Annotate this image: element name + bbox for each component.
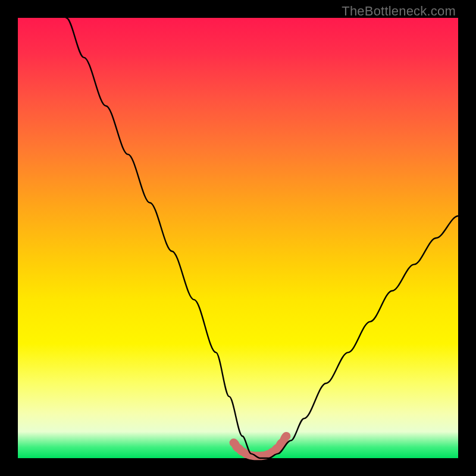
bottleneck-curve-path bbox=[66, 18, 458, 458]
chart-svg bbox=[18, 18, 458, 458]
chart-frame bbox=[18, 18, 458, 458]
watermark-text: TheBottleneck.com bbox=[342, 4, 456, 19]
